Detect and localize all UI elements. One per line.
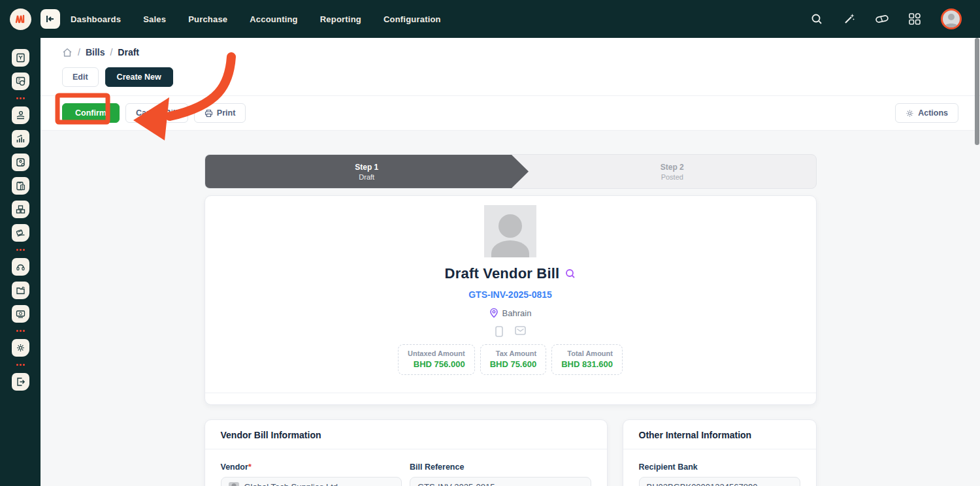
nav-purchase[interactable]: Purchase	[188, 14, 227, 24]
bill-reference-input[interactable]: GTS-INV-2025-0815	[410, 477, 591, 486]
headset-icon[interactable]	[12, 258, 29, 276]
scale-icon[interactable]	[12, 154, 29, 171]
monitor-icon[interactable]	[12, 305, 29, 323]
top-navigation-bar: Dashboards Sales Purchase Accounting Rep…	[0, 0, 980, 38]
vendor-bill-information-title: Vendor Bill Information	[205, 420, 607, 449]
page-header: / Bills / Draft Edit Create New Confirm …	[41, 38, 980, 131]
breadcrumb-separator: /	[78, 47, 80, 57]
planner-icon[interactable]	[12, 73, 29, 90]
vendor-field: Vendor* Global Tech Supplies Ltd.	[221, 462, 402, 486]
cancel-bill-button[interactable]: Cancel Bill	[125, 103, 188, 123]
breadcrumb-separator: /	[110, 47, 112, 57]
bill-title: Draft Vendor Bill	[445, 265, 560, 282]
location-pin-icon	[489, 308, 498, 318]
nav-reporting[interactable]: Reporting	[320, 14, 361, 24]
page-content: / Bills / Draft Edit Create New Confirm …	[41, 38, 980, 486]
create-new-button[interactable]: Create New	[105, 67, 173, 87]
settings-gear-icon[interactable]	[12, 339, 29, 357]
analytics-icon[interactable]	[12, 130, 29, 148]
bill-reference-link[interactable]: GTS-INV-2025-0815	[468, 289, 552, 300]
main-area: Step 1 Draft Step 2 Posted Draft Vendor …	[41, 131, 980, 486]
step-2-posted[interactable]: Step 2 Posted	[529, 155, 815, 188]
nav-configuration[interactable]: Configuration	[384, 14, 441, 24]
other-internal-information-title: Other Internal Information	[623, 420, 816, 449]
sidebar-divider-dots	[16, 248, 25, 252]
actions-button[interactable]: Actions	[895, 103, 958, 123]
bill-summary-card: Draft Vendor Bill GTS-INV-2025-0815 Bahr…	[204, 195, 817, 405]
bill-country: Bahrain	[502, 308, 532, 318]
sidebar-collapse-icon	[46, 15, 55, 23]
logout-icon[interactable]	[12, 373, 29, 391]
vendor-mini-avatar	[229, 482, 239, 486]
packages-icon[interactable]	[12, 201, 29, 218]
search-icon[interactable]	[810, 12, 823, 25]
zoom-search-icon[interactable]	[565, 268, 576, 279]
hand-coins-icon[interactable]	[12, 106, 29, 124]
other-internal-information-card: Other Internal Information Recipient Ban…	[623, 419, 817, 486]
email-icon[interactable]	[515, 326, 526, 335]
vendor-avatar-placeholder	[484, 205, 536, 257]
breadcrumb-current: Draft	[118, 47, 139, 57]
apps-grid-icon[interactable]	[908, 12, 921, 25]
main-nav: Dashboards Sales Purchase Accounting Rep…	[71, 14, 441, 24]
home-icon[interactable]	[62, 48, 73, 57]
brand-logo-icon	[14, 13, 26, 25]
journal-icon[interactable]	[12, 49, 29, 67]
attachment-icon[interactable]	[875, 12, 889, 25]
brand-logo[interactable]	[10, 8, 31, 30]
tax-amount-stat: Tax Amount BHD 75.600	[480, 344, 547, 375]
total-amount-stat: Total Amount BHD 831.600	[551, 344, 623, 375]
print-button[interactable]: Print	[194, 103, 246, 123]
edit-button[interactable]: Edit	[62, 67, 99, 87]
bill-reference-field: Bill Reference GTS-INV-2025-0815	[410, 462, 591, 486]
user-avatar[interactable]	[941, 8, 962, 29]
folder-docs-icon[interactable]	[12, 282, 29, 299]
sidebar-divider-dots	[16, 363, 25, 367]
sidebar-divider-dots	[16, 96, 25, 101]
nav-sales[interactable]: Sales	[143, 14, 166, 24]
nav-dashboards[interactable]: Dashboards	[71, 14, 121, 24]
recipient-bank-input[interactable]: BH02BGBK00001234567890 - FutureBank Inte…	[639, 477, 800, 486]
untaxed-amount-stat: Untaxed Amount BHD 756.000	[398, 344, 475, 375]
phone-icon[interactable]	[495, 326, 503, 337]
confirm-button[interactable]: Confirm	[62, 103, 120, 123]
step-progress-bar: Step 1 Draft Step 2 Posted	[204, 154, 817, 189]
bill-amount-stats: Untaxed Amount BHD 756.000 Tax Amount BH…	[398, 344, 623, 375]
vendor-input[interactable]: Global Tech Supplies Ltd.	[221, 477, 402, 486]
sidebar-divider-dots	[16, 329, 25, 333]
breadcrumb-bills[interactable]: Bills	[86, 47, 105, 57]
recipient-bank-field: Recipient Bank BH02BGBK00001234567890 - …	[639, 462, 800, 486]
bill-card-footer	[205, 393, 816, 404]
nav-accounting[interactable]: Accounting	[250, 14, 298, 24]
printer-icon	[204, 109, 213, 118]
statusbar: Confirm Cancel Bill Print Actions	[41, 96, 980, 130]
vendor-bill-information-card: Vendor Bill Information Vendor* Global T…	[204, 419, 608, 486]
step-1-draft[interactable]: Step 1 Draft	[205, 155, 529, 188]
app-sidebar	[0, 38, 41, 486]
breadcrumb: / Bills / Draft	[62, 46, 958, 57]
magic-wand-icon[interactable]	[843, 12, 856, 25]
clipboard-calc-icon[interactable]	[12, 177, 29, 195]
gear-icon	[906, 109, 914, 118]
sidebar-collapse-button[interactable]	[41, 9, 60, 29]
cash-register-icon[interactable]	[12, 224, 29, 242]
vertical-scrollbar[interactable]	[975, 38, 979, 145]
